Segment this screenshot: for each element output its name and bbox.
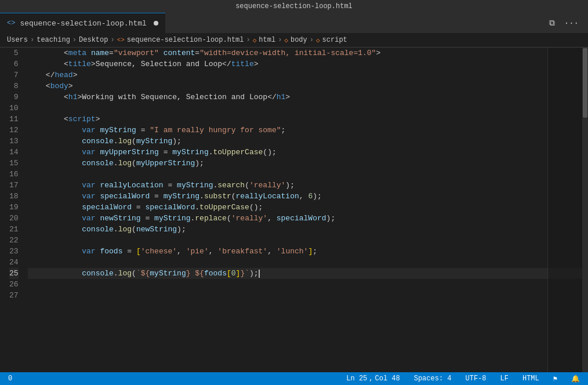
status-language[interactable]: HTML [520, 375, 542, 383]
code-line-27 [28, 290, 588, 301]
breadcrumb-filename[interactable]: sequence-selection-loop.html [127, 36, 244, 44]
status-line-ending[interactable]: LF [498, 375, 511, 383]
status-encoding-label: UTF-8 [466, 375, 487, 383]
status-encoding[interactable]: UTF-8 [463, 375, 489, 383]
line-num-13: 13 [9, 136, 19, 147]
line-num-27: 27 [9, 290, 19, 301]
tab-file-icon: <> [7, 19, 15, 27]
line-num-16: 16 [9, 169, 19, 180]
bell-icon: 🔔 [571, 375, 580, 383]
breadcrumb-sep-2: › [72, 36, 77, 44]
line-num-18: 18 [9, 191, 19, 202]
code-line-16 [28, 169, 588, 180]
code-line-17: var reallyLocation = myString.search('re… [28, 180, 588, 191]
line-num-26: 26 [9, 279, 19, 290]
status-bar: 0 Ln 25 , Col 48 Spaces: 4 UTF-8 LF HTML… [0, 372, 588, 385]
error-flag-icon: ⚑ [553, 375, 557, 383]
line-num-22: 22 [9, 235, 19, 246]
line-num-21: 21 [9, 224, 19, 235]
line-num-14: 14 [9, 147, 19, 158]
line-num-24: 24 [9, 257, 19, 268]
line-num-11: 11 [9, 114, 19, 125]
code-line-13: console.log(myString); [28, 136, 588, 147]
code-line-10 [28, 103, 588, 114]
code-line-9: <h1>Working with Sequence, Selection and… [28, 92, 588, 103]
status-ln-col[interactable]: Ln 25 , Col 48 [344, 375, 402, 383]
breadcrumb-desktop[interactable]: Desktop [79, 36, 108, 44]
breadcrumb-sep-3: › [110, 36, 114, 44]
code-line-15: console.log(myUpperString); [28, 158, 588, 169]
code-line-22 [28, 235, 588, 246]
line-num-8: 8 [9, 81, 19, 92]
code-line-5: <meta name="viewport" content="width=dev… [28, 48, 588, 59]
code-line-6: <title>Sequence, Selection and Loop</tit… [28, 59, 588, 70]
breadcrumb-teaching[interactable]: teaching [37, 36, 70, 44]
tab-label: sequence-selection-loop.html [20, 19, 146, 28]
code-line-14: var myUpperString = myString.toUpperCase… [28, 147, 588, 158]
code-line-24 [28, 257, 588, 268]
breadcrumb-sep-5: › [278, 36, 282, 44]
line-num-6: 6 [9, 59, 19, 70]
status-right: Ln 25 , Col 48 Spaces: 4 UTF-8 LF HTML ⚑… [344, 375, 582, 383]
breadcrumb-body[interactable]: body [291, 36, 307, 44]
breadcrumb: Users › teaching › Desktop › <> sequence… [0, 33, 588, 48]
status-line-ending-label: LF [500, 375, 509, 383]
editor-container[interactable]: 5 6 7 8 9 10 11 12 13 14 15 16 17 18 19 … [0, 48, 588, 372]
code-line-21: console.log(newString); [28, 224, 588, 235]
code-area[interactable]: <meta name="viewport" content="width=dev… [23, 48, 588, 372]
status-col: Col 48 [375, 375, 400, 383]
line-num-15: 15 [9, 158, 19, 169]
breadcrumb-sep-6: › [310, 36, 314, 44]
status-spaces-label: Spaces: 4 [414, 375, 452, 383]
more-actions-button[interactable]: ··· [562, 17, 581, 29]
title-text: sequence-selection-loop.html [235, 2, 353, 10]
line-num-19: 19 [9, 202, 19, 213]
status-spaces[interactable]: Spaces: 4 [412, 375, 454, 383]
tab-actions: ⧉ ··· [547, 13, 588, 33]
title-bar: sequence-selection-loop.html [0, 0, 588, 13]
code-line-7: </head> [28, 70, 588, 81]
breadcrumb-sep-4: › [246, 36, 251, 44]
status-bell[interactable]: 🔔 [569, 375, 582, 383]
status-language-label: HTML [522, 375, 539, 383]
code-line-18: var specialWord = myString.substr(really… [28, 191, 588, 202]
status-ln: Ln 25 [346, 375, 367, 383]
status-left: 0 [6, 375, 14, 383]
breadcrumb-body-icon: ◇ [284, 37, 288, 44]
line-num-10: 10 [9, 103, 19, 114]
status-branch[interactable]: 0 [6, 375, 14, 383]
line-num-12: 12 [9, 125, 19, 136]
breadcrumb-html-icon: ◇ [253, 37, 257, 44]
active-tab[interactable]: <> sequence-selection-loop.html [0, 13, 165, 33]
split-editor-button[interactable]: ⧉ [547, 17, 557, 29]
breadcrumb-file-icon: <> [117, 37, 125, 43]
breadcrumb-sep-1: › [30, 36, 34, 44]
scrollbar-track[interactable] [582, 48, 588, 372]
line-num-9: 9 [9, 92, 19, 103]
tab-modified-dot [154, 21, 158, 26]
code-line-19: specialWord = specialWord.toUpperCase(); [28, 202, 588, 213]
status-col-sep: , [369, 375, 373, 383]
status-error-icon[interactable]: ⚑ [551, 375, 560, 383]
line-num-25: 25 [9, 268, 19, 279]
line-num-17: 17 [9, 180, 19, 191]
line-num-5: 5 [9, 48, 19, 59]
code-line-12: var myString = "I am really hungry for s… [28, 125, 588, 136]
code-line-8: <body> [28, 81, 588, 92]
code-line-23: var foods = ['cheese', 'pie', 'breakfast… [28, 246, 588, 257]
line-num-23: 23 [9, 246, 19, 257]
tab-bar: <> sequence-selection-loop.html ⧉ ··· [0, 13, 588, 33]
code-line-20: var newString = myString.replace('really… [28, 213, 588, 224]
status-zero: 0 [8, 375, 12, 383]
scrollbar-thumb[interactable] [583, 48, 587, 118]
code-line-25: console.log(`${myString} ${foods[0]}`); [28, 268, 588, 279]
breadcrumb-script-icon: ◇ [316, 37, 320, 44]
line-numbers: 5 6 7 8 9 10 11 12 13 14 15 16 17 18 19 … [0, 48, 23, 372]
line-num-7: 7 [9, 70, 19, 81]
line-num-20: 20 [9, 213, 19, 224]
breadcrumb-users[interactable]: Users [7, 36, 28, 44]
breadcrumb-html[interactable]: html [259, 36, 275, 44]
breadcrumb-script[interactable]: script [322, 36, 347, 44]
code-line-11: <script> [28, 114, 588, 125]
code-line-26 [28, 279, 588, 290]
